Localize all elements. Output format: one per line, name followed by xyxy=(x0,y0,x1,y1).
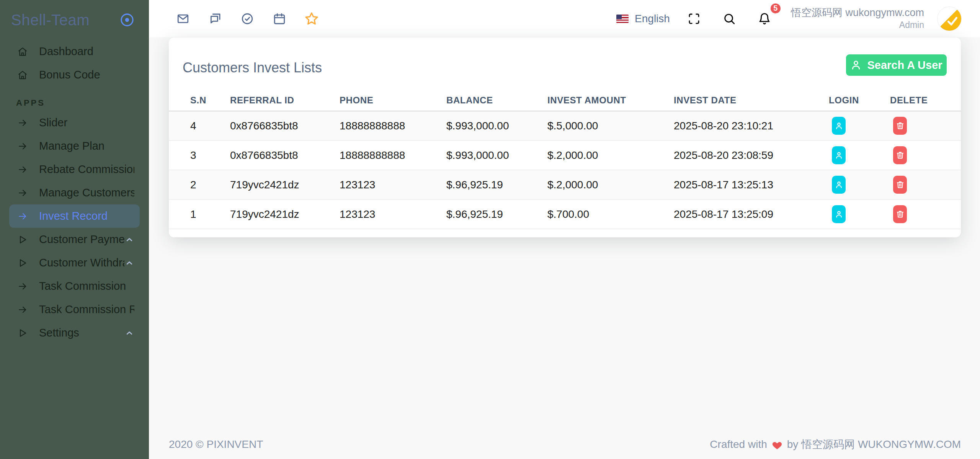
sidebar-item-rebate-commission[interactable]: Rebate Commission xyxy=(9,158,140,181)
search-a-user-button[interactable]: Search A User xyxy=(846,54,947,76)
avatar[interactable] xyxy=(937,7,962,31)
avatar-check-icon xyxy=(946,14,959,28)
sidebar-item-dashboard[interactable]: Dashboard xyxy=(9,40,140,63)
sidebar-item-manage-plan[interactable]: Manage Plan xyxy=(9,134,140,158)
sidebar-item-label: Invest Record xyxy=(39,210,134,222)
cell-referral-id: 719yvc2421dz xyxy=(230,199,340,229)
sidebar-item-task-commission[interactable]: Task Commission xyxy=(9,274,140,298)
calendar-icon[interactable] xyxy=(268,8,291,30)
table-body: 4 0x8766835bt8 18888888888 $.993,000.00 … xyxy=(169,111,961,229)
content-area: Customers Invest Lists Search A User S.N… xyxy=(149,37,980,430)
delete-button[interactable] xyxy=(893,205,907,223)
cell-invest-amount: $.5,000.00 xyxy=(547,111,674,140)
login-button[interactable] xyxy=(832,205,846,223)
trash-icon xyxy=(896,180,905,189)
cell-invest-date: 2025-08-20 23:08:59 xyxy=(674,140,829,170)
main-wrap: English 5 悟空源码网 wukongymw.com Admin C xyxy=(149,0,980,459)
cell-sn: 3 xyxy=(169,140,230,170)
user-icon xyxy=(835,151,843,160)
cell-referral-id: 0x8766835bt8 xyxy=(230,140,340,170)
login-button[interactable] xyxy=(832,117,846,135)
user-role: Admin xyxy=(791,20,924,31)
sidebar-item-label: Slider xyxy=(39,116,134,129)
cell-sn: 2 xyxy=(169,170,230,199)
sidebar-item-label: Task Commission Request xyxy=(39,303,134,316)
cell-login xyxy=(829,199,890,229)
cell-invest-date: 2025-08-20 23:10:21 xyxy=(674,111,829,140)
trash-icon xyxy=(896,151,905,160)
table-row: 4 0x8766835bt8 18888888888 $.993,000.00 … xyxy=(169,111,961,140)
cell-phone: 123123 xyxy=(340,199,446,229)
sidebar-item-settings[interactable]: Settings xyxy=(9,321,140,345)
column-header: INVEST DATE xyxy=(674,90,829,111)
notifications-bell[interactable]: 5 xyxy=(753,8,776,30)
user-block[interactable]: 悟空源码网 wukongymw.com Admin xyxy=(791,7,924,31)
sidebar-item-label: Dashboard xyxy=(39,45,134,58)
login-button[interactable] xyxy=(832,146,846,164)
brand-title: Shell-Team xyxy=(11,11,90,29)
bell-icon xyxy=(758,12,771,25)
footer-crafted-suffix: by 悟空源码网 WUKONGYMW.COM xyxy=(787,437,961,452)
sidebar-item-label: Task Commission xyxy=(39,280,134,292)
cell-login xyxy=(829,170,890,199)
column-header: LOGIN xyxy=(829,90,890,111)
cell-invest-amount: $.2,000.00 xyxy=(547,140,674,170)
search-a-user-label: Search A User xyxy=(867,59,942,72)
cell-referral-id: 719yvc2421dz xyxy=(230,170,340,199)
sidebar-item-label: Rebate Commission xyxy=(39,163,134,176)
language-selector[interactable]: English xyxy=(616,13,670,25)
page-title: Customers Invest Lists xyxy=(169,38,961,76)
sidebar-item-label: Customer Payments xyxy=(39,233,124,246)
sidebar-item-label: Manage Plan xyxy=(39,140,134,152)
sidebar-collapse-toggle[interactable] xyxy=(118,11,136,29)
cell-delete xyxy=(890,199,961,229)
delete-button[interactable] xyxy=(893,117,907,135)
topbar-actions: English 5 悟空源码网 wukongymw.com Admin xyxy=(616,7,962,31)
cell-balance: $.96,925.19 xyxy=(446,170,547,199)
cell-invest-amount: $.2,000.00 xyxy=(547,170,674,199)
cell-invest-amount: $.700.00 xyxy=(547,199,674,229)
sidebar-item-label: Bonus Code xyxy=(39,69,134,81)
column-header: PHONE xyxy=(340,90,446,111)
check-circle-icon[interactable] xyxy=(236,8,258,30)
star-icon[interactable] xyxy=(301,8,323,30)
sidebar-item-task-commission-request[interactable]: Task Commission Request xyxy=(9,298,140,321)
language-label: English xyxy=(635,13,670,25)
user-icon xyxy=(835,180,843,189)
login-button[interactable] xyxy=(832,176,846,194)
sidebar-item-invest-record[interactable]: Invest Record xyxy=(9,204,140,228)
delete-button[interactable] xyxy=(893,146,907,164)
user-icon xyxy=(835,210,843,219)
column-header: BALANCE xyxy=(446,90,547,111)
delete-button[interactable] xyxy=(893,176,907,194)
user-icon xyxy=(835,121,843,130)
arrow-right-icon xyxy=(18,281,28,291)
cell-delete xyxy=(890,170,961,199)
mail-icon[interactable] xyxy=(172,8,194,30)
arrow-right-icon xyxy=(18,305,28,315)
cell-phone: 18888888888 xyxy=(340,140,446,170)
sidebar-nav: DashboardBonus CodeAPPSSliderManage Plan… xyxy=(0,40,149,345)
sidebar-item-customer-payments[interactable]: Customer Payments xyxy=(9,228,140,251)
chevron-up-icon xyxy=(124,258,134,268)
chat-icon[interactable] xyxy=(204,8,226,30)
sidebar-item-slider[interactable]: Slider xyxy=(9,111,140,134)
footer: 2020 © PIXINVENT Crafted with by 悟空源码网 W… xyxy=(149,430,980,459)
cell-sn: 4 xyxy=(169,111,230,140)
chevron-up-icon xyxy=(124,235,134,245)
footer-copyright: 2020 © PIXINVENT xyxy=(169,438,263,451)
notification-badge: 5 xyxy=(769,2,782,15)
footer-crafted: Crafted with by 悟空源码网 WUKONGYMW.COM xyxy=(710,437,961,452)
user-name: 悟空源码网 wukongymw.com xyxy=(791,7,924,20)
sidebar-item-bonus-code[interactable]: Bonus Code xyxy=(9,63,140,87)
sidebar-item-customer-withdraws[interactable]: Customer Withdraws xyxy=(9,251,140,274)
disc-icon xyxy=(119,12,135,28)
cell-balance: $.993,000.00 xyxy=(446,140,547,170)
search-icon[interactable] xyxy=(718,8,740,30)
fullscreen-icon[interactable] xyxy=(683,8,705,30)
sidebar-section-label: APPS xyxy=(16,98,149,108)
user-icon xyxy=(850,59,862,71)
sidebar-brand-row: Shell-Team xyxy=(0,0,149,40)
sidebar-item-manage-customers[interactable]: Manage Customers xyxy=(9,181,140,204)
cell-balance: $.96,925.19 xyxy=(446,199,547,229)
